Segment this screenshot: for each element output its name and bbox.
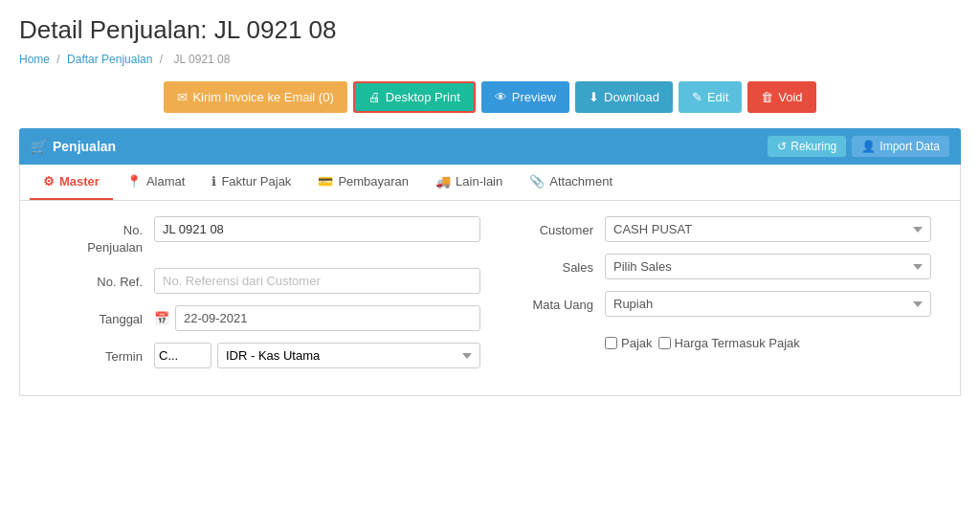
no-penjualan-row: No.Penjualan <box>49 216 480 256</box>
void-button[interactable]: 🗑 Void <box>747 81 815 113</box>
tab-pembayaran[interactable]: 💳 Pembayaran <box>304 165 422 200</box>
gear-icon: ⚙ <box>43 174 55 189</box>
envelope-icon: ✉ <box>177 90 188 104</box>
form-left: No.Penjualan No. Ref. Tanggal 📅 <box>39 216 490 380</box>
tanggal-row: Tanggal 📅 <box>49 305 480 331</box>
trash-icon: 🗑 <box>761 90 773 104</box>
edit-button[interactable]: ✎ Edit <box>679 81 742 113</box>
no-penjualan-input[interactable] <box>154 216 480 242</box>
truck-icon: 🚚 <box>435 174 451 189</box>
form-area: No.Penjualan No. Ref. Tanggal 📅 <box>20 201 960 395</box>
termin-row: Termin C... IDR - Kas Utama <box>49 343 480 368</box>
toolbar: ✉ Kirim Invoice ke Email (0) 🖨 Desktop P… <box>19 81 961 113</box>
download-icon: ⬇ <box>589 90 599 104</box>
sales-label: Sales <box>500 254 605 277</box>
tab-alamat[interactable]: 📍 Alamat <box>113 165 198 200</box>
tab-bar: ⚙ Master 📍 Alamat ℹ Faktur Pajak 💳 Pemba… <box>20 165 960 201</box>
tab-attachment[interactable]: 📎 Attachment <box>516 165 626 200</box>
import-data-button[interactable]: 👤 Import Data <box>852 136 949 157</box>
termin-short-select[interactable]: C... <box>154 343 212 368</box>
section-header: 🛒 Penjualan ↺ Rekuring 👤 Import Data <box>19 128 961 165</box>
no-ref-input[interactable] <box>154 268 480 294</box>
termin-label: Termin <box>49 343 154 366</box>
tab-faktur-pajak[interactable]: ℹ Faktur Pajak <box>198 165 304 200</box>
calendar-icon: 📅 <box>154 311 169 325</box>
download-button[interactable]: ⬇ Download <box>575 81 673 113</box>
preview-button[interactable]: 👁 Preview <box>481 81 569 113</box>
breadcrumb-current: JL 0921 08 <box>173 53 230 66</box>
page-title: Detail Penjualan: JL 0921 08 <box>19 15 961 45</box>
pin-icon: 📍 <box>126 174 142 189</box>
circle-info-icon: ℹ <box>212 174 216 189</box>
sales-select[interactable]: Pilih Sales <box>605 254 931 279</box>
kirim-invoice-button[interactable]: ✉ Kirim Invoice ke Email (0) <box>164 81 346 113</box>
tab-master[interactable]: ⚙ Master <box>30 165 113 200</box>
mata-uang-select[interactable]: Rupiah <box>605 291 931 317</box>
mata-uang-label: Mata Uang <box>500 291 605 314</box>
tab-lain-lain[interactable]: 🚚 Lain-lain <box>422 165 516 200</box>
pajak-checkbox[interactable] <box>605 337 617 349</box>
tanggal-input[interactable] <box>175 305 480 331</box>
pajak-label: Pajak <box>621 336 653 350</box>
termin-long-select[interactable]: IDR - Kas Utama <box>217 343 480 368</box>
user-plus-icon: 👤 <box>861 140 876 153</box>
breadcrumb-parent[interactable]: Daftar Penjualan <box>67 53 152 66</box>
harga-termasuk-pajak-label: Harga Termasuk Pajak <box>675 336 800 350</box>
breadcrumb: Home / Daftar Penjualan / JL 0921 08 <box>19 53 961 66</box>
breadcrumb-home[interactable]: Home <box>19 53 50 66</box>
edit-icon: ✎ <box>692 90 702 104</box>
tanggal-label: Tanggal <box>49 305 154 328</box>
no-ref-row: No. Ref. <box>49 268 480 294</box>
main-card: ⚙ Master 📍 Alamat ℹ Faktur Pajak 💳 Pemba… <box>19 165 961 396</box>
section-title: Penjualan <box>53 139 116 154</box>
customer-label: Customer <box>500 216 605 239</box>
printer-icon: 🖨 <box>368 90 381 104</box>
desktop-print-button[interactable]: 🖨 Desktop Print <box>353 81 476 113</box>
sales-row: Sales Pilih Sales <box>500 254 931 279</box>
refresh-icon: ↺ <box>777 140 787 153</box>
form-right: Customer CASH PUSAT Sales Pilih Sales <box>490 216 941 380</box>
paperclip-icon: 📎 <box>529 174 545 189</box>
credit-card-icon: 💳 <box>318 174 333 189</box>
customer-row: Customer CASH PUSAT <box>500 216 931 242</box>
rekuring-button[interactable]: ↺ Rekuring <box>768 136 846 157</box>
eye-icon: 👁 <box>495 90 507 104</box>
pajak-row: Pajak Harga Termasuk Pajak <box>500 328 931 350</box>
harga-termasuk-pajak-checkbox[interactable] <box>658 337 671 349</box>
no-ref-label: No. Ref. <box>49 268 154 291</box>
customer-select[interactable]: CASH PUSAT <box>605 216 931 242</box>
cart-icon: 🛒 <box>31 139 47 154</box>
mata-uang-row: Mata Uang Rupiah <box>500 291 931 317</box>
